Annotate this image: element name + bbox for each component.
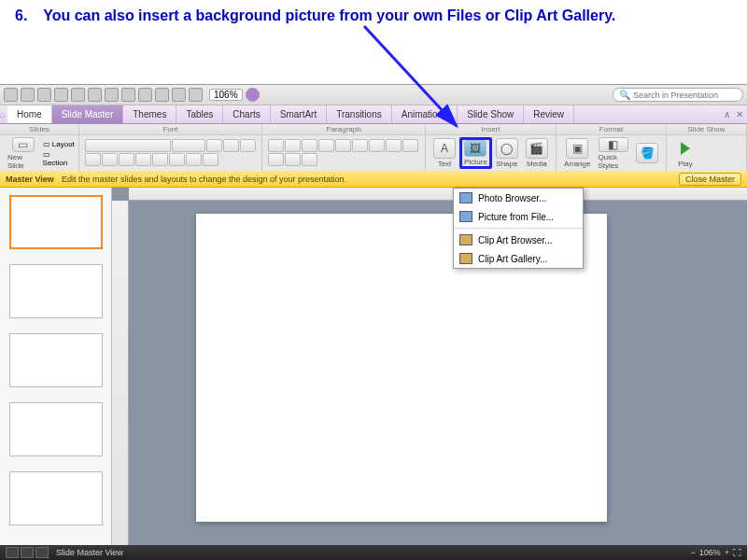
- fit-to-window-icon[interactable]: ⛶: [733, 548, 741, 557]
- zoom-in-button[interactable]: +: [725, 548, 729, 557]
- clear-format-button[interactable]: [203, 153, 218, 166]
- tab-charts[interactable]: Charts: [223, 105, 270, 123]
- text-dir-button[interactable]: [352, 139, 368, 152]
- font-button[interactable]: [152, 153, 168, 166]
- align-right-button[interactable]: [402, 139, 418, 152]
- qat-icon[interactable]: [88, 88, 102, 102]
- slide-canvas-area: Photo Browser... Picture from File... Cl…: [112, 188, 747, 545]
- qat-icon[interactable]: [4, 88, 18, 102]
- qat-save-icon[interactable]: [54, 88, 68, 102]
- text-button[interactable]: A Text: [430, 137, 459, 169]
- menu-photo-browser[interactable]: Photo Browser...: [454, 189, 583, 207]
- qat-undo-icon[interactable]: [71, 88, 85, 102]
- group-header-paragraph: Paragraph: [262, 124, 426, 134]
- close-master-button[interactable]: Close Master: [679, 173, 741, 186]
- ribbon-group-format: ▣ Arrange ◧ Quick Styles 🪣: [557, 135, 667, 171]
- layout-button[interactable]: ▭ Layout: [43, 140, 75, 148]
- ribbon-group-slide-show: Play: [667, 135, 747, 171]
- font-color-button[interactable]: [169, 153, 185, 166]
- indent-inc-button[interactable]: [318, 139, 334, 152]
- zoom-indicator[interactable]: 106%: [209, 89, 243, 101]
- picture-button[interactable]: 🖼 Picture: [459, 137, 492, 169]
- highlight-button[interactable]: [186, 153, 202, 166]
- qat-icon[interactable]: [189, 88, 203, 102]
- home-icon[interactable]: ⌂: [0, 109, 7, 119]
- columns-button[interactable]: [285, 153, 301, 166]
- group-header-slides: Slides: [0, 124, 79, 134]
- play-icon: [674, 138, 697, 159]
- ribbon-group-headers: Slides Font Paragraph Insert Format Slid…: [0, 124, 747, 135]
- tab-tables[interactable]: Tables: [176, 105, 223, 123]
- indent-dec-button[interactable]: [302, 139, 317, 152]
- qat-icon[interactable]: [105, 88, 119, 102]
- media-button[interactable]: 🎬 Media: [522, 137, 552, 169]
- photo-browser-icon: [459, 192, 472, 203]
- arrange-button[interactable]: ▣ Arrange: [560, 137, 594, 169]
- tab-animations[interactable]: Animations: [392, 105, 458, 123]
- para-button[interactable]: [302, 153, 317, 166]
- qat-icon[interactable]: [172, 88, 186, 102]
- shrink-font-button[interactable]: [223, 139, 239, 152]
- font-family-selector[interactable]: [85, 139, 171, 152]
- zoom-percentage[interactable]: 106%: [699, 548, 721, 557]
- tab-smartart[interactable]: SmartArt: [271, 105, 327, 123]
- slide-thumbnail[interactable]: [9, 471, 103, 525]
- quick-styles-button[interactable]: ◧ Quick Styles: [594, 137, 632, 169]
- qat-icon[interactable]: [138, 88, 152, 102]
- shape-button[interactable]: ◯ Shape: [492, 137, 522, 169]
- ribbon-group-font: [79, 135, 262, 171]
- align-left-button[interactable]: [369, 139, 385, 152]
- bullets-button[interactable]: [268, 139, 284, 152]
- search-box[interactable]: 🔍: [613, 88, 743, 102]
- font-button[interactable]: [135, 153, 151, 166]
- tab-slide-master[interactable]: Slide Master: [52, 105, 124, 123]
- search-input[interactable]: [633, 91, 737, 100]
- qat-icon[interactable]: [155, 88, 169, 102]
- search-icon: 🔍: [619, 90, 630, 100]
- qat-icon[interactable]: [121, 88, 135, 102]
- font-size-selector[interactable]: [172, 139, 205, 152]
- justify-button[interactable]: [268, 153, 284, 166]
- tab-home[interactable]: Home: [7, 105, 52, 123]
- section-button[interactable]: ▭ Section: [43, 150, 75, 167]
- slide-thumbnail[interactable]: [9, 402, 103, 456]
- strike-button[interactable]: [119, 153, 134, 166]
- bold-button[interactable]: [240, 139, 256, 152]
- new-slide-button[interactable]: ▭ New Slide: [4, 137, 43, 169]
- slideshow-view-icon[interactable]: [35, 547, 49, 558]
- slide-thumbnail-panel[interactable]: [0, 188, 112, 545]
- tab-transitions[interactable]: Transitions: [327, 105, 392, 123]
- align-center-button[interactable]: [386, 139, 402, 152]
- numbering-button[interactable]: [285, 139, 301, 152]
- tab-themes[interactable]: Themes: [123, 105, 176, 123]
- powerpoint-window: 106% 🔍 ⌂ Home Slide Master Themes Tables…: [0, 84, 747, 560]
- ribbon-group-paragraph: [262, 135, 426, 171]
- normal-view-icon[interactable]: [6, 547, 19, 558]
- underline-button[interactable]: [102, 153, 118, 166]
- menu-separator: [454, 228, 583, 229]
- grow-font-button[interactable]: [206, 139, 222, 152]
- group-header-font: Font: [79, 124, 262, 134]
- menu-clip-art-browser[interactable]: Clip Art Browser...: [454, 231, 583, 249]
- instruction-step: 6. You can also insert a background pict…: [0, 0, 747, 32]
- slide-thumbnail[interactable]: [9, 264, 103, 318]
- slide-thumbnail[interactable]: [9, 333, 103, 387]
- status-bar: Slide Master View − 106% + ⛶: [0, 545, 747, 560]
- menu-picture-from-file[interactable]: Picture from File...: [454, 207, 583, 226]
- slide-thumbnail[interactable]: [9, 195, 103, 249]
- sorter-view-icon[interactable]: [21, 547, 34, 558]
- line-spacing-button[interactable]: [335, 139, 351, 152]
- quick-access-toolbar: 106% 🔍: [0, 85, 747, 105]
- qat-icon[interactable]: [37, 88, 51, 102]
- italic-button[interactable]: [85, 153, 101, 166]
- menu-clip-art-gallery[interactable]: Clip Art Gallery...: [454, 249, 583, 268]
- picture-icon: 🖼: [464, 140, 486, 157]
- tab-review[interactable]: Review: [524, 105, 574, 123]
- zoom-out-button[interactable]: −: [690, 548, 695, 557]
- ribbon-caret[interactable]: ∧✕: [724, 109, 743, 119]
- play-button[interactable]: Play: [670, 137, 700, 169]
- qat-icon[interactable]: [21, 88, 35, 102]
- fill-button[interactable]: 🪣: [632, 137, 662, 169]
- tab-slide-show[interactable]: Slide Show: [458, 105, 524, 123]
- help-icon[interactable]: [246, 88, 260, 102]
